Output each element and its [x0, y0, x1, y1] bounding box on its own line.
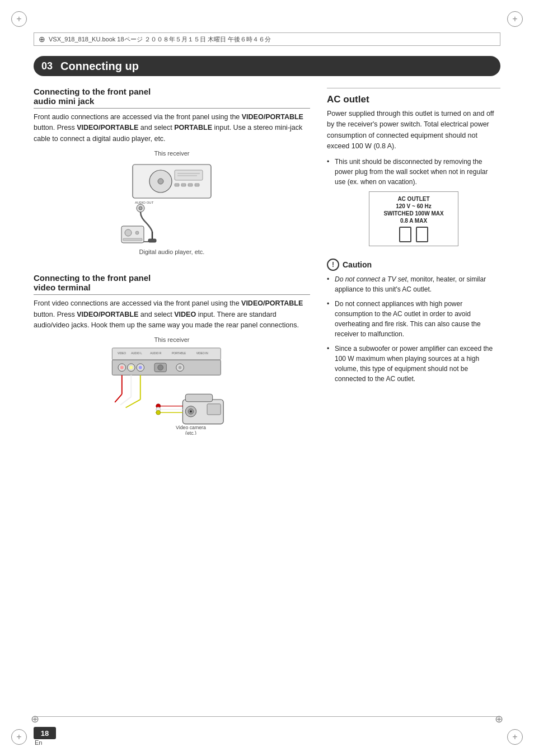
- page-number: 18: [34, 727, 56, 739]
- caution-bullets: Do not connect a TV set, monitor, heater…: [327, 274, 500, 384]
- diagram-audio: This receiver AU: [34, 150, 310, 257]
- header-file-info: VSX_918_818_KU.book 18ページ ２００８年５月１５日 木曜日…: [49, 35, 271, 44]
- section-ac-outlet: AC outlet Power supplied through this ou…: [327, 87, 500, 251]
- left-column: Connecting to the front panelaudio mini …: [34, 87, 310, 711]
- diagram1-svg: AUDIO OUT: [116, 159, 228, 248]
- chapter-title: Connecting up: [60, 60, 139, 73]
- svg-text:AUDIO R: AUDIO R: [150, 352, 162, 355]
- svg-rect-43: [207, 404, 221, 415]
- svg-point-53: [156, 411, 161, 415]
- svg-rect-6: [175, 184, 179, 186]
- caution-bullet-2: Do not connect appliances with high powe…: [327, 299, 500, 339]
- svg-rect-47: [185, 395, 212, 402]
- section1-title: Connecting to the front panelaudio mini …: [34, 87, 310, 109]
- bottom-rule: [34, 716, 500, 717]
- chapter-number: 03: [41, 60, 53, 72]
- svg-point-2: [158, 179, 163, 184]
- svg-point-33: [158, 365, 163, 370]
- svg-rect-13: [148, 239, 156, 242]
- header-crosshair: ⊕: [39, 35, 45, 44]
- diagram-video: This receiver VIDEO AUDIO L AUDIO R PORT…: [34, 336, 310, 435]
- svg-text:PORTABLE: PORTABLE: [172, 352, 186, 355]
- ac-outlet-body: Power supplied through this outlet is tu…: [327, 109, 500, 152]
- svg-text:AUDIO L: AUDIO L: [131, 352, 142, 355]
- main-content: Connecting to the front panelaudio mini …: [34, 87, 500, 711]
- bottom-crosshair-left: ⊕: [31, 713, 39, 725]
- section-video-terminal: Connecting to the front panelvideo termi…: [34, 273, 310, 439]
- ac-outlet-diagram: AC OUTLET 120 V ~ 60 Hz SWITCHED 100W MA…: [369, 191, 458, 246]
- caution-header: ! Caution: [327, 259, 500, 271]
- ac-bullet-1: This unit should be disconnected by remo…: [327, 157, 500, 187]
- svg-rect-18: [123, 238, 142, 241]
- svg-text:VIDEO: VIDEO: [118, 352, 126, 355]
- svg-text:VIDEO IN: VIDEO IN: [196, 352, 209, 355]
- svg-line-39: [120, 397, 131, 405]
- section2-body: Front video connections are accessed via…: [34, 298, 310, 331]
- header-bar: ⊕ VSX_918_818_KU.book 18ページ ２００８年５月１５日 木…: [34, 32, 500, 46]
- svg-rect-9: [195, 184, 199, 186]
- svg-point-27: [120, 366, 124, 369]
- bottom-crosshair-right: ⊕: [495, 713, 503, 725]
- section1-body: Front audio connections are accessed via…: [34, 112, 310, 144]
- right-column: AC outlet Power supplied through this ou…: [327, 87, 500, 711]
- ac-divider: [327, 88, 500, 88]
- diagram2-label-top: This receiver: [154, 336, 190, 343]
- ac-outlet-slots: [399, 227, 428, 242]
- ac-outlet-box-label: AC OUTLET 120 V ~ 60 Hz SWITCHED 100W MA…: [383, 195, 443, 224]
- ac-slot-1: [399, 227, 411, 242]
- reg-mark-bl: [11, 729, 27, 745]
- svg-point-17: [135, 231, 139, 234]
- svg-line-41: [126, 400, 140, 408]
- svg-point-16: [125, 229, 132, 236]
- ac-outlet-title: AC outlet: [327, 94, 500, 105]
- page-lang: En: [35, 739, 42, 746]
- svg-text:(etc.): (etc.): [185, 430, 196, 435]
- svg-point-12: [139, 206, 142, 210]
- caution-title: Caution: [343, 260, 372, 269]
- diagram2-svg: VIDEO AUDIO L AUDIO R PORTABLE VIDEO IN: [99, 345, 245, 435]
- svg-point-31: [139, 366, 142, 369]
- diagram1-label-bottom: Digital audio player, etc.: [139, 248, 205, 255]
- svg-point-35: [179, 366, 182, 369]
- svg-point-46: [190, 411, 192, 413]
- svg-text:Video camera: Video camera: [176, 425, 206, 431]
- caution-bullet-3: Since a subwoofer or power amplifier can…: [327, 344, 500, 384]
- svg-text:AUDIO OUT: AUDIO OUT: [135, 201, 154, 204]
- diagram1-label-top: This receiver: [154, 150, 190, 157]
- svg-rect-3: [175, 170, 203, 180]
- reg-mark-tr: [507, 11, 523, 27]
- svg-rect-8: [188, 184, 193, 186]
- svg-rect-7: [181, 184, 186, 186]
- section2-title: Connecting to the front panelvideo termi…: [34, 273, 310, 295]
- ac-slot-2: [416, 227, 428, 242]
- section-caution: ! Caution Do not connect a TV set, monit…: [327, 259, 500, 388]
- svg-line-37: [115, 395, 122, 403]
- reg-mark-tl: [11, 11, 27, 27]
- chapter-header: 03 Connecting up: [34, 56, 500, 76]
- svg-point-29: [129, 366, 133, 369]
- reg-mark-br: [507, 729, 523, 745]
- caution-icon: !: [327, 259, 339, 271]
- caution-bullet-1: Do not connect a TV set, monitor, heater…: [327, 274, 500, 294]
- section-audio-mini-jack: Connecting to the front panelaudio mini …: [34, 87, 310, 262]
- ac-outlet-bullets: This unit should be disconnected by remo…: [327, 157, 500, 187]
